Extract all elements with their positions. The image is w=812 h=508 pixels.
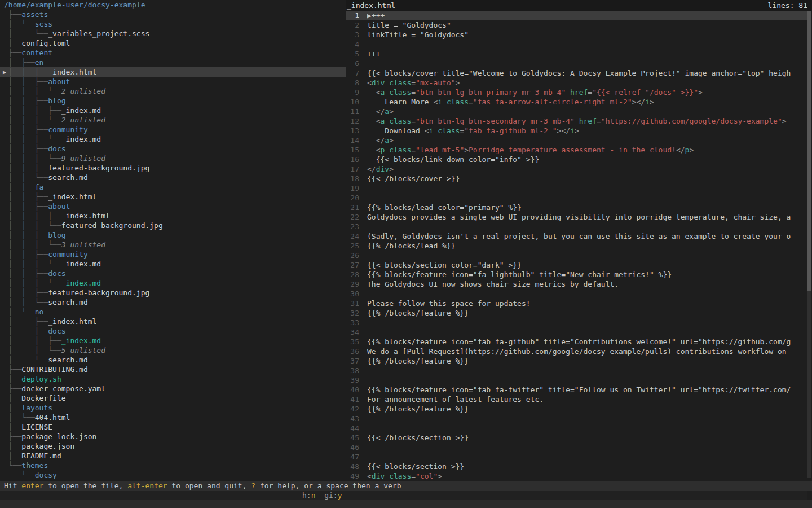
tree-entry-file: featured-background.jpg — [48, 164, 149, 172]
preview-line: 22Goldydocs provides a single web UI pro… — [346, 212, 807, 222]
preview-line: 40{{% blocks/feature icon="fab fa-twitte… — [346, 385, 807, 395]
text-segment: div — [376, 165, 389, 173]
tree-row[interactable]: │ │ ├──_index.md — [0, 336, 346, 345]
tree-row[interactable]: │ │ │ ├──_index.md — [0, 106, 346, 115]
tree-row[interactable]: │ │ ├──featured-background.jpg — [0, 163, 346, 173]
preview-line: 25{{% /blocks/lead %}} — [346, 241, 807, 251]
preview-line: 44 — [346, 423, 807, 433]
tree-row[interactable]: ├──Dockerfile — [0, 393, 346, 403]
tree-row[interactable]: │ ├──en — [0, 58, 346, 67]
tree-row[interactable]: │ └──no — [0, 307, 346, 317]
tree-row[interactable]: ├──config.toml — [0, 38, 346, 48]
tree-row[interactable]: │ │ └──search.md — [0, 297, 346, 307]
text-segment: = — [588, 88, 592, 97]
tree-row[interactable]: ├──layouts — [0, 403, 346, 413]
tree-row[interactable]: │ │ ├──about — [0, 202, 346, 211]
tree-row[interactable]: ├──package.json — [0, 441, 346, 451]
tree-row[interactable]: │ │ │ └──2 unlisted — [0, 115, 346, 125]
branch-lines: │ ├── — [4, 327, 48, 335]
text-segment: {{< /blocks/section >}} — [367, 433, 469, 442]
tree-row[interactable]: │ │ ├──docs — [0, 269, 346, 278]
tree-row[interactable]: │ ├──_index.html — [0, 317, 346, 326]
tree-row[interactable]: │ │ ├──_index.html — [0, 192, 346, 202]
tree-row[interactable]: │ │ └──search.md — [0, 173, 346, 182]
preview-line: 23 — [346, 222, 807, 231]
tree-row[interactable]: │ ├──docs — [0, 326, 346, 336]
line-content: The Goldydocs UI now shows chair size me… — [363, 279, 619, 289]
tree-row[interactable]: │ │ │ └──_index.md — [0, 134, 346, 144]
tree-row[interactable]: │ │ │ └──9 unlisted — [0, 154, 346, 163]
preview-line: 27{{< blocks/section color="dark" >}} — [346, 260, 807, 270]
tree-row[interactable]: ▶ │ │ ├──_index.html — [0, 67, 346, 77]
line-number: 26 — [346, 251, 363, 260]
tree-row[interactable]: └──docsy — [0, 470, 346, 480]
tree-row[interactable]: │ └──scss — [0, 19, 346, 29]
line-content — [363, 414, 367, 423]
tree-row[interactable]: │ │ ├──featured-background.jpg — [0, 288, 346, 297]
preview-line: 37{{% /blocks/feature %}} — [346, 356, 807, 366]
tree-row[interactable]: │ │ ├──docs — [0, 144, 346, 154]
tree-row[interactable]: ├──CONTRIBUTING.md — [0, 365, 346, 374]
tree-entry-file: _index.md — [61, 106, 101, 115]
line-content: {{% blocks/lead color="primary" %}} — [363, 203, 522, 212]
preview-line: 17</div> — [346, 164, 807, 174]
text-segment: For announcement of latest features etc. — [367, 395, 544, 404]
tree-entry-file: 404.html — [35, 413, 70, 422]
tree-row[interactable]: │ └──search.md — [0, 355, 346, 365]
tree-row[interactable]: │ │ ├──community — [0, 125, 346, 134]
tree-row[interactable]: ├──content — [0, 48, 346, 58]
text-segment: class — [389, 117, 411, 125]
line-content: <div class="col"> — [363, 471, 442, 481]
branch-lines: │ └── — [4, 413, 35, 422]
text-segment: < — [367, 78, 372, 87]
tree-row[interactable]: ├──README.md — [0, 451, 346, 461]
text-segment: > — [389, 107, 394, 116]
text-segment: {{% /blocks/feature %}} — [367, 357, 469, 365]
tree-row[interactable]: ├──package-lock.json — [0, 432, 346, 441]
tree-row[interactable]: │ │ │ └──_index.md — [0, 259, 346, 269]
line-content: </a> — [363, 135, 394, 145]
preview-line: 4 — [346, 40, 807, 49]
preview-scrollbar[interactable] — [807, 11, 811, 478]
tree-entry-file: _index.md — [61, 336, 101, 345]
branch-lines: │ ├── — [4, 317, 48, 326]
tree-entry-unlisted: 3 unlisted — [61, 240, 105, 249]
tree-row[interactable]: │ │ ├──blog — [0, 96, 346, 106]
line-content: {{% /blocks/feature %}} — [363, 308, 469, 318]
tree-row[interactable]: │ │ ├──about — [0, 77, 346, 86]
input-bar[interactable]: :e h:n gi:y — [0, 491, 807, 500]
tree-panel: /home/example-user/docsy-example ├──asse… — [0, 0, 346, 481]
tree-row[interactable]: └──themes — [0, 461, 346, 470]
tree-row[interactable]: ├──assets — [0, 10, 346, 19]
text-segment: class — [389, 472, 411, 480]
tree-row[interactable]: │ │ ├──blog — [0, 230, 346, 240]
preview-line: 26 — [346, 251, 807, 260]
line-number: 11 — [346, 107, 363, 116]
text-segment: </ — [376, 107, 385, 116]
tree-row[interactable]: ├──docker-compose.yaml — [0, 384, 346, 393]
text-segment: "btn btn-lg btn-primary mr-3 mb-4" — [416, 88, 566, 97]
tree-row[interactable]: │ │ │ └──featured-background.jpg — [0, 221, 346, 230]
line-number: 35 — [346, 337, 363, 347]
tree-row[interactable]: │ └──_variables_project.scss — [0, 29, 346, 38]
tree-entry-directory: docs — [48, 144, 65, 153]
preview-line: 21{{% blocks/lead color="primary" %}} — [346, 203, 807, 212]
tree-row[interactable]: │ │ │ ├──_index.html — [0, 211, 346, 221]
tree-row[interactable]: ├──deploy.sh — [0, 374, 346, 384]
text-segment — [367, 88, 376, 97]
tree-entry-file: Dockerfile — [21, 394, 65, 402]
text-segment: > — [464, 146, 469, 154]
tree-row[interactable]: │ │ │ └──2 unlisted — [0, 86, 346, 96]
tree-row[interactable]: │ └──404.html — [0, 413, 346, 422]
tree-row[interactable]: │ │ └──5 unlisted — [0, 345, 346, 355]
tree-entry-file: config.toml — [21, 39, 70, 47]
line-number: 30 — [346, 289, 363, 299]
text-segment: i — [570, 126, 575, 135]
tree-row[interactable]: │ │ ├──community — [0, 249, 346, 259]
text-segment: "mx-auto" — [416, 78, 455, 87]
tree-row[interactable]: │ │ │ └──_index.md — [0, 278, 346, 288]
scrollbar-thumb[interactable] — [807, 11, 811, 291]
tree-row[interactable]: │ ├──fa — [0, 182, 346, 192]
tree-row[interactable]: ├──LICENSE — [0, 422, 346, 432]
tree-row[interactable]: │ │ │ └──3 unlisted — [0, 240, 346, 249]
